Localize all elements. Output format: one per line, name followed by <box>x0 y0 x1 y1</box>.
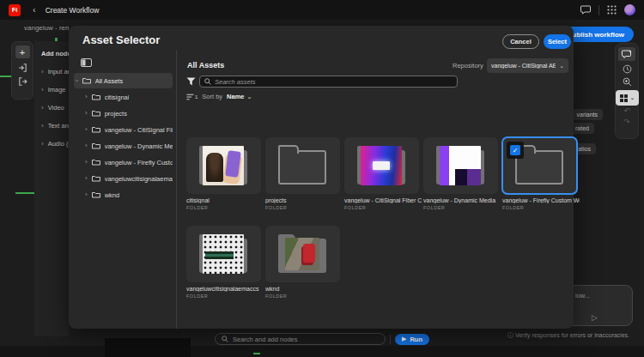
import-icon[interactable] <box>18 64 27 72</box>
tree-item-aemaccs[interactable]: › vangeluwcitisignalaemaccs <box>74 171 173 186</box>
apps-grid-icon[interactable] <box>607 5 617 15</box>
canvas-node-block <box>105 338 191 357</box>
folder-thumbnail <box>361 146 402 185</box>
avatar[interactable] <box>624 4 635 15</box>
asset-name: vangeluw - Dynamic Media <box>423 197 501 203</box>
node-search-input[interactable] <box>233 336 379 343</box>
chevron-down-icon: ⌄ <box>630 94 635 101</box>
folder-icon <box>92 94 100 100</box>
app-root: Fi ‹ Create Workflow vangeluw - remove P… <box>0 0 644 357</box>
asset-name: vangeluw - Firefly Custom Wor... <box>502 197 580 203</box>
canvas-bottom-band <box>0 346 644 357</box>
repository-select[interactable]: vangeluw - CitiSignal AEM ... ⌄ <box>487 58 568 73</box>
assistant-verify-note: ⓘ Verify responses for errors or inaccur… <box>496 331 641 340</box>
feedback-icon[interactable] <box>580 5 591 15</box>
node-category-audio[interactable]: ›Audio (C <box>41 140 69 148</box>
sort-order-icon[interactable]: 1 <box>186 94 197 100</box>
folder-thumbnail <box>203 234 244 274</box>
asset-card-citisignal[interactable]: citisignal FOLDER <box>186 137 265 210</box>
asset-card-citisignal-fiber[interactable]: vangeluw - CitiSignal Fiber Cam... FOLDE… <box>344 137 423 210</box>
firefly-logo[interactable]: Fi <box>9 4 21 16</box>
send-icon[interactable]: ▷ <box>592 313 598 322</box>
undo-icon[interactable]: ↶ <box>623 107 630 115</box>
asset-type: FOLDER <box>344 205 423 210</box>
search-icon <box>222 336 228 342</box>
node-category-image[interactable]: ›Image <box>41 86 69 94</box>
tree-item-projects[interactable]: › projects <box>74 106 173 121</box>
asset-name: wknd <box>265 286 343 292</box>
asset-type: FOLDER <box>186 205 265 210</box>
add-node-button[interactable]: + <box>15 45 30 58</box>
selected-checkbox[interactable]: ✓ <box>510 145 520 155</box>
assistant-input-fragment: low... <box>575 292 590 300</box>
folder-thumbnail <box>440 146 481 185</box>
folder-icon <box>92 126 100 133</box>
chevron-right-icon: › <box>85 159 88 166</box>
back-button[interactable]: ‹ <box>33 5 36 15</box>
chevron-right-icon: › <box>85 191 88 198</box>
node-search-box[interactable] <box>215 333 386 345</box>
tree-item-citisignal[interactable]: › citisignal <box>74 89 173 105</box>
asset-type: FOLDER <box>186 293 265 299</box>
asset-card-wknd[interactable]: wknd FOLDER <box>265 226 344 299</box>
redo-icon[interactable]: ↷ <box>623 118 630 126</box>
topbar-divider <box>598 5 599 15</box>
ai-assistant-icon[interactable] <box>618 47 635 61</box>
asset-card-dynamic-media[interactable]: vangeluw - Dynamic Media FOLDER <box>423 137 502 210</box>
bottombar-divider <box>390 335 391 344</box>
tree-item-all-assets[interactable]: › All Assets <box>74 73 173 88</box>
asset-browser: All Assets Repository vangeluw - CitiSig… <box>178 50 574 329</box>
node-category-text[interactable]: ›Text and <box>41 122 69 130</box>
modal-title: Asset Selector <box>82 33 160 46</box>
bottom-bar: ▶ Run <box>215 333 429 345</box>
add-nodes-title: Add nodes <box>41 50 69 57</box>
asset-type: FOLDER <box>265 205 344 210</box>
asset-card-firefly-custom[interactable]: ✓ vangeluw - Firefly Custom Wor... FOLDE… <box>502 137 581 210</box>
chevron-right-icon: › <box>85 110 88 117</box>
left-toolbar: + <box>11 41 33 100</box>
chevron-right-icon: › <box>85 142 88 149</box>
asset-search-box[interactable] <box>199 76 458 88</box>
folder-icon <box>92 175 100 182</box>
asset-card-projects[interactable]: projects FOLDER <box>265 137 344 210</box>
asset-card-aemaccs[interactable]: vangeluwcitisignalaemaccs FOLDER <box>186 226 265 299</box>
folder-icon <box>92 191 100 198</box>
chevron-down-icon: ⌄ <box>247 94 252 100</box>
play-icon: ▶ <box>402 336 406 342</box>
cancel-button[interactable]: Cancel <box>502 34 539 49</box>
folder-icon <box>92 110 100 117</box>
asset-search-input[interactable] <box>215 78 453 86</box>
export-icon[interactable] <box>18 77 27 86</box>
collapse-panel-icon[interactable] <box>81 58 92 67</box>
tree-item-citisignal-fiber[interactable]: › vangeluw - CitiSignal Fiber Ca... <box>74 122 173 137</box>
folder-thumbnail <box>203 146 244 185</box>
zoom-in-icon[interactable] <box>623 77 632 87</box>
folder-icon <box>82 77 91 84</box>
chevron-right-icon: › <box>85 175 88 182</box>
asset-name: vangeluw - CitiSignal Fiber Cam... <box>344 197 422 203</box>
folder-tree-panel: › All Assets › citisignal › projects › <box>69 50 177 329</box>
folder-glyph <box>278 150 326 185</box>
checkbox-plate: ✓ <box>507 142 524 159</box>
node-category-input[interactable]: ›Input an <box>41 68 69 76</box>
chevron-down-icon: ⌄ <box>559 63 564 70</box>
run-button[interactable]: ▶ Run <box>395 334 429 345</box>
add-nodes-panel: Add nodes ›Input an ›Image ›Video ›Text … <box>34 41 69 336</box>
asset-type: FOLDER <box>423 205 502 210</box>
asset-name: vangeluwcitisignalaemaccs <box>186 286 264 292</box>
page-title: Create Workflow <box>46 6 100 15</box>
tree-item-firefly-custom[interactable]: › vangeluw - Firefly Custom ... <box>74 154 173 170</box>
workflow-tab[interactable]: vangeluw - remove <box>24 24 69 32</box>
sort-value-dropdown[interactable]: Name ⌄ <box>227 93 252 100</box>
node-category-video[interactable]: ›Video <box>41 104 69 112</box>
grid-view-toggle[interactable]: ⌄ <box>616 90 639 106</box>
tree-item-dynamic-media[interactable]: › vangeluw - Dynamic Media <box>74 138 173 154</box>
tree-item-wknd[interactable]: › wknd <box>74 187 173 203</box>
chevron-right-icon: › <box>85 94 88 100</box>
history-icon[interactable] <box>623 64 632 74</box>
asset-type: FOLDER <box>502 205 581 210</box>
select-button[interactable]: Select <box>544 34 571 49</box>
sort-row: 1 Sort by Name ⌄ <box>186 93 252 100</box>
filter-icon[interactable] <box>186 77 196 86</box>
asset-selector-modal: Asset Selector Cancel Select › All Asset… <box>69 26 574 329</box>
